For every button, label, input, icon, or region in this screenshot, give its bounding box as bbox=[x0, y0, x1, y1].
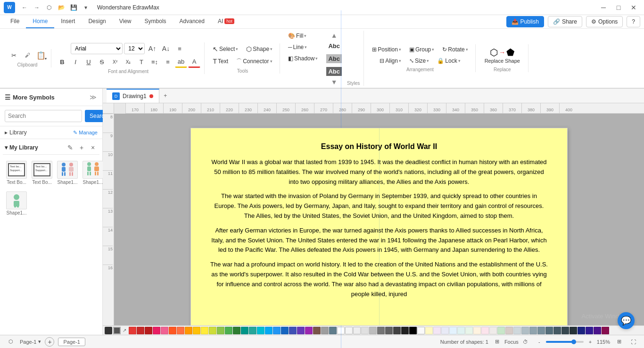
zoom-in-btn[interactable]: + bbox=[586, 337, 595, 347]
connector-btn[interactable]: ⌒ Connector ▾ bbox=[233, 56, 275, 67]
swatch-green[interactable] bbox=[225, 327, 232, 334]
canvas-scroll[interactable]: Essay on History of World War II World W… bbox=[114, 114, 644, 325]
bold-btn[interactable]: B bbox=[56, 56, 68, 68]
swatch-bluegrey7[interactable] bbox=[553, 327, 561, 334]
lock-btn[interactable]: 🔒Lock▾ bbox=[434, 56, 463, 66]
swatch-orange2[interactable] bbox=[185, 327, 192, 334]
rotate-btn[interactable]: ↻Rotate▾ bbox=[439, 44, 471, 55]
publish-btn[interactable]: 📤 Publish bbox=[506, 16, 544, 27]
decrease-font-btn[interactable]: A↓ bbox=[160, 42, 172, 55]
swatch-darkpink[interactable] bbox=[602, 327, 609, 334]
style-scroll-down[interactable]: ▼ bbox=[329, 78, 339, 86]
options-btn[interactable]: ⚙ Options bbox=[586, 16, 623, 27]
minimize-btn[interactable]: ─ bbox=[597, 3, 610, 12]
tab-home[interactable]: Home bbox=[26, 15, 54, 28]
add-page-btn[interactable]: + bbox=[45, 337, 54, 347]
maximize-btn[interactable]: □ bbox=[612, 3, 625, 12]
swatch-blue[interactable] bbox=[273, 327, 281, 334]
swatch-darkpurple[interactable] bbox=[586, 327, 593, 334]
position-btn[interactable]: ⊞Position▾ bbox=[369, 44, 405, 55]
open-btn[interactable]: 📂 bbox=[56, 2, 67, 13]
add-library-btn[interactable]: + bbox=[77, 143, 86, 152]
shape-item-textbox2[interactable]: Text bo...Support... Text Bo... bbox=[30, 158, 54, 187]
superscript-btn[interactable]: X² bbox=[109, 56, 121, 68]
back-btn[interactable]: ← bbox=[19, 2, 30, 13]
tab-design[interactable]: Design bbox=[82, 15, 112, 28]
close-library-btn[interactable]: × bbox=[88, 143, 98, 152]
close-btn[interactable]: ✕ bbox=[627, 3, 640, 12]
swatch-brown[interactable] bbox=[313, 327, 321, 334]
swatch-darkpurple2[interactable] bbox=[594, 327, 601, 334]
font-select[interactable]: Arial bbox=[71, 43, 123, 54]
swatch-grey5[interactable] bbox=[385, 327, 393, 334]
swatch-indigo[interactable] bbox=[289, 327, 297, 334]
manage-btn[interactable]: ✎ Manage bbox=[73, 130, 98, 136]
swatch-red1[interactable] bbox=[129, 327, 136, 334]
focus-btn[interactable]: Focus bbox=[506, 337, 517, 347]
text-btn[interactable]: T Text bbox=[210, 56, 232, 67]
swatch-browngrey[interactable] bbox=[505, 327, 513, 334]
swatch-bluegrey[interactable] bbox=[329, 327, 337, 334]
page-dropdown[interactable]: ▾ bbox=[38, 339, 41, 345]
drawing-tab[interactable]: D Drawing1 bbox=[107, 89, 159, 103]
tab-advanced[interactable]: Advanced bbox=[173, 15, 211, 28]
swatch-lightorange[interactable] bbox=[473, 327, 481, 334]
page-tab-1[interactable]: Page-1 bbox=[58, 338, 85, 346]
add-tab-btn[interactable]: + bbox=[159, 90, 172, 102]
shadow-btn[interactable]: ◧ Shadow ▾ bbox=[285, 53, 321, 64]
fit-page-btn[interactable]: ⊞ bbox=[614, 337, 624, 347]
size-btn[interactable]: ⤡Size▾ bbox=[406, 56, 432, 66]
tab-ai[interactable]: AI hot bbox=[211, 15, 241, 28]
layers-btn[interactable]: ⊞ bbox=[492, 337, 503, 347]
tab-insert[interactable]: Insert bbox=[54, 15, 82, 28]
swatch-bluegrey2[interactable] bbox=[513, 327, 521, 334]
swatch-deeporange[interactable] bbox=[169, 327, 176, 334]
swatch-orange1[interactable] bbox=[177, 327, 184, 334]
align-tool-btn[interactable]: ⊟Align▾ bbox=[376, 56, 405, 66]
swatch-lightbrown[interactable] bbox=[489, 327, 497, 334]
swatch-grey3[interactable] bbox=[369, 327, 377, 334]
fill-color-btn[interactable] bbox=[113, 327, 121, 334]
zoom-out-btn[interactable]: - bbox=[535, 337, 544, 347]
list-btn[interactable]: ≡ bbox=[162, 56, 174, 68]
collapse-btn[interactable]: ≫ bbox=[89, 92, 98, 102]
paste-btn[interactable]: 📋▾ bbox=[35, 49, 47, 61]
replace-shape-btn[interactable]: ⬡ → ⬟ Replace Shape bbox=[480, 44, 524, 66]
swatch-lavender[interactable] bbox=[441, 327, 449, 334]
increase-font-btn[interactable]: A↑ bbox=[146, 42, 158, 55]
swatch-grey7[interactable] bbox=[401, 327, 409, 334]
shape-item-people2[interactable]: Shape1... bbox=[81, 158, 105, 187]
swatch-white[interactable] bbox=[337, 327, 345, 334]
forward-btn[interactable]: → bbox=[31, 2, 42, 13]
shape-item-small[interactable]: Shape1... bbox=[5, 189, 28, 218]
swatch-lightpink[interactable] bbox=[481, 327, 489, 334]
font-color-btn[interactable]: A bbox=[188, 56, 200, 68]
swatch-grey2[interactable] bbox=[361, 327, 369, 334]
swatch-bluegrey3[interactable] bbox=[521, 327, 529, 334]
swatch-black[interactable] bbox=[409, 327, 417, 334]
swatch-darkgreen[interactable] bbox=[233, 327, 240, 334]
swatch-cyan[interactable] bbox=[257, 327, 264, 334]
swatch-pink[interactable] bbox=[153, 327, 160, 334]
swatch-purple[interactable] bbox=[305, 327, 313, 334]
shape-item-people1[interactable]: Shape1... bbox=[56, 158, 79, 187]
swatch-pink2[interactable] bbox=[161, 327, 168, 334]
fullscreen-btn[interactable]: ⛶ bbox=[628, 337, 638, 347]
swatch-bluegrey4[interactable] bbox=[529, 327, 537, 334]
italic-btn[interactable]: I bbox=[69, 56, 82, 68]
document-page[interactable]: Essay on History of World War II World W… bbox=[190, 128, 568, 325]
new-btn[interactable]: ⬡ bbox=[43, 2, 55, 13]
swatch-lime[interactable] bbox=[209, 327, 216, 334]
swatch-lightblue2[interactable] bbox=[449, 327, 457, 334]
swatch-lightgrey2[interactable] bbox=[353, 327, 361, 334]
save-btn[interactable]: 💾 bbox=[68, 2, 79, 13]
swatch-lightteal[interactable] bbox=[457, 327, 465, 334]
fill-btn[interactable]: 🎨 Fill ▾ bbox=[285, 31, 321, 41]
strikethrough-btn[interactable]: S bbox=[96, 56, 108, 68]
swatch-red2[interactable] bbox=[137, 327, 144, 334]
swatch-nearwhite[interactable] bbox=[417, 327, 425, 334]
swatch-bluegrey5[interactable] bbox=[537, 327, 545, 334]
swatch-lightgrey[interactable] bbox=[345, 327, 353, 334]
underline-btn[interactable]: U bbox=[83, 56, 95, 68]
color-arrow[interactable]: ↗ bbox=[123, 328, 126, 333]
